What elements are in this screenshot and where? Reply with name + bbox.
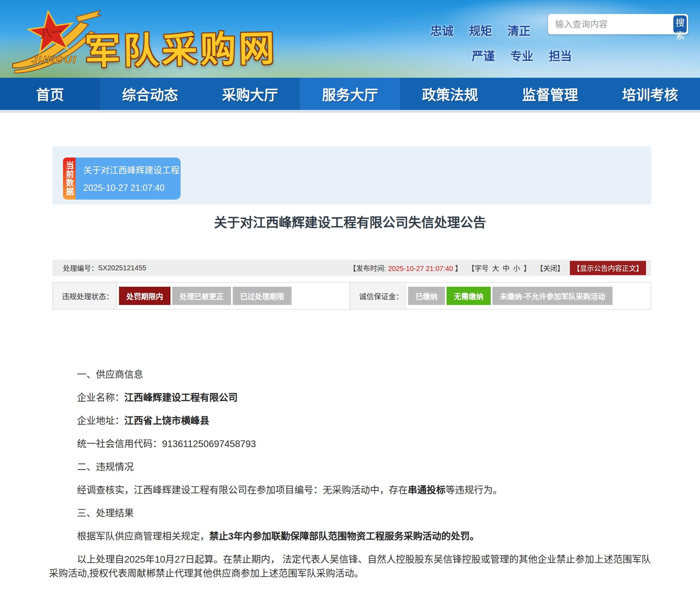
font-size-prefix: 【字号 — [468, 263, 489, 273]
font-size-small[interactable]: 小 — [513, 263, 520, 273]
nav-item-policy[interactable]: 政策法规 — [400, 78, 500, 110]
nav-item-procurement-hall[interactable]: 采购大厅 — [200, 78, 300, 110]
text-segment: 等违规行为。 — [446, 485, 502, 495]
search-box: 搜索 — [548, 14, 688, 34]
body-paragraph: 二、违规情况 — [49, 460, 651, 474]
process-number-value: SX2025121455 — [98, 264, 146, 272]
article-meta-bar: 处理编号： SX2025121455 【发布时间: 2025-10-27 21:… — [52, 260, 651, 276]
nav-item-supervision[interactable]: 监督管理 — [500, 78, 600, 110]
text-segment: 串通投标 — [408, 485, 446, 495]
text-segment: 江西省上饶市横峰县 — [124, 416, 209, 426]
status-option-corrected[interactable]: 处理已被更正 — [172, 287, 231, 305]
text-segment: 913611250697458793 — [162, 439, 256, 449]
nav-bottom-strip — [0, 110, 700, 113]
search-button[interactable]: 搜索 — [673, 15, 687, 33]
body-paragraph: 三、处理结果 — [49, 506, 651, 520]
nav-item-training[interactable]: 培训考核 — [600, 78, 700, 110]
body-paragraph: 企业名称：江西峰辉建设工程有限公司 — [49, 391, 651, 405]
text-segment: 江西峰辉建设工程有限公司 — [124, 392, 238, 403]
search-input[interactable] — [550, 19, 673, 29]
slogan-word: 清正 — [507, 22, 531, 39]
text-segment: 企业名称： — [77, 392, 124, 403]
nav-item-news[interactable]: 综合动态 — [100, 78, 200, 110]
process-number-label: 处理编号： — [63, 263, 98, 273]
body-paragraph: 企业地址：江西省上饶市横峰县 — [49, 414, 651, 428]
font-size-medium[interactable]: 中 — [503, 263, 510, 273]
body-paragraph: 经调查核实，江西峰辉建设工程有限公司在参加项目编号：无采购活动中，存在串通投标等… — [49, 483, 651, 497]
publish-time-suffix: 】 — [455, 265, 462, 272]
status-option-unpaid-banned[interactable]: 未缴纳-不允许参加军队采购活动 — [492, 287, 612, 305]
body-paragraph: 一、供应商信息 — [49, 368, 651, 382]
body-paragraph: 根据军队供应商管理相关规定，禁止3年内参加联勤保障部队范围物资工程服务采购活动的… — [49, 529, 651, 543]
text-segment: 二、违规情况 — [77, 462, 134, 472]
status-option-paid[interactable]: 已缴纳 — [408, 287, 445, 305]
site-title: 军队采购网 — [84, 19, 281, 74]
text-segment: 统一社会信用代码： — [77, 439, 162, 449]
current-data-title: 关于对江西峰辉建设工程 — [83, 163, 181, 176]
nav-item-service-hall[interactable]: 服务大厅 — [300, 78, 400, 110]
nav-item-home[interactable]: 首页 — [0, 78, 100, 110]
close-button[interactable]: 【关闭】 — [536, 263, 564, 273]
status-option-in-penalty-period[interactable]: 处罚期限内 — [119, 287, 170, 305]
slogan-line2: 严谨专业担当 — [472, 47, 578, 64]
page-title: 关于对江西峰辉建设工程有限公司失信处理公告 — [0, 212, 700, 231]
status-option-not-required[interactable]: 无需缴纳 — [447, 287, 491, 305]
slogan-word: 担当 — [549, 47, 572, 64]
slogan-word: 忠诚 — [430, 22, 454, 39]
violation-status-options: 处罚期限内处理已被更正已过处理期限 — [117, 283, 350, 309]
font-size-large[interactable]: 大 — [492, 263, 499, 273]
text-segment: 一、供应商信息 — [77, 369, 143, 380]
meta-actions: 【发布时间: 2025-10-27 21:07:40 】 【字号 大 中 小 】… — [349, 261, 646, 275]
deposit-status-label: 诚信保证金： — [350, 283, 406, 309]
font-size-suffix: 】 — [524, 263, 531, 273]
main-nav: 首页综合动态采购大厅服务大厅政策法规监督管理培训考核 — [0, 78, 700, 110]
text-segment: 以上处理自2025年10月27日起算。在禁止期内， 法定代表人吴信锋、自然人控股… — [49, 554, 651, 579]
text-segment: 三、处理结果 — [77, 508, 134, 519]
font-size-control: 【字号 大 中 小 】 — [468, 263, 531, 273]
body-paragraph: 统一社会信用代码：913611250697458793 — [49, 437, 651, 451]
current-data-panel: 当前数据 关于对江西峰辉建设工程 2025-10-27 21:07:40 — [52, 146, 651, 204]
slogan-word: 专业 — [510, 47, 533, 64]
current-data-tag: 当前数据 — [63, 158, 76, 200]
article-body: 一、供应商信息企业名称：江西峰辉建设工程有限公司企业地址：江西省上饶市横峰县统一… — [49, 310, 651, 580]
text-segment: 企业地址： — [77, 416, 124, 426]
violation-status-label: 违规处理状态： — [53, 283, 117, 309]
text-segment: 经调查核实，江西峰辉建设工程有限公司在参加项目编号：无采购活动中，存在 — [77, 485, 408, 495]
current-data-timestamp: 2025-10-27 21:07:40 — [83, 183, 181, 193]
current-data-body: 关于对江西峰辉建设工程 2025-10-27 21:07:40 — [76, 158, 181, 200]
show-content-button[interactable]: 【显示公告内容正文】 — [570, 261, 646, 275]
body-paragraph: 以上处理自2025年10月27日起算。在禁止期内， 法定代表人吴信锋、自然人控股… — [49, 552, 651, 580]
svg-text:JUNDUI: JUNDUI — [31, 54, 77, 65]
current-data-card[interactable]: 当前数据 关于对江西峰辉建设工程 2025-10-27 21:07:40 — [63, 158, 181, 200]
header-banner: 八一 JUNDUI 军队采购网 忠诚规矩清正 严谨专业担当 搜索 — [0, 0, 700, 78]
process-number: 处理编号： SX2025121455 — [63, 263, 146, 273]
status-option-period-expired[interactable]: 已过处理期限 — [233, 287, 292, 305]
text-segment: 根据军队供应商管理相关规定， — [77, 531, 209, 542]
slogan-word: 严谨 — [472, 47, 495, 64]
status-row: 违规处理状态： 处罚期限内处理已被更正已过处理期限 诚信保证金： 已缴纳无需缴纳… — [52, 282, 651, 310]
slogan-word: 规矩 — [469, 22, 492, 39]
publish-time-value: 2025-10-27 21:07:40 — [388, 265, 453, 272]
publish-time: 【发布时间: 2025-10-27 21:07:40 】 — [349, 263, 462, 273]
publish-time-prefix: 【发布时间: — [349, 265, 386, 272]
deposit-status-options: 已缴纳无需缴纳未缴纳-不允许参加军队采购活动 — [406, 283, 651, 309]
text-segment: 禁止3年内参加联勤保障部队范围物资工程服务采购活动的处罚。 — [209, 531, 479, 542]
